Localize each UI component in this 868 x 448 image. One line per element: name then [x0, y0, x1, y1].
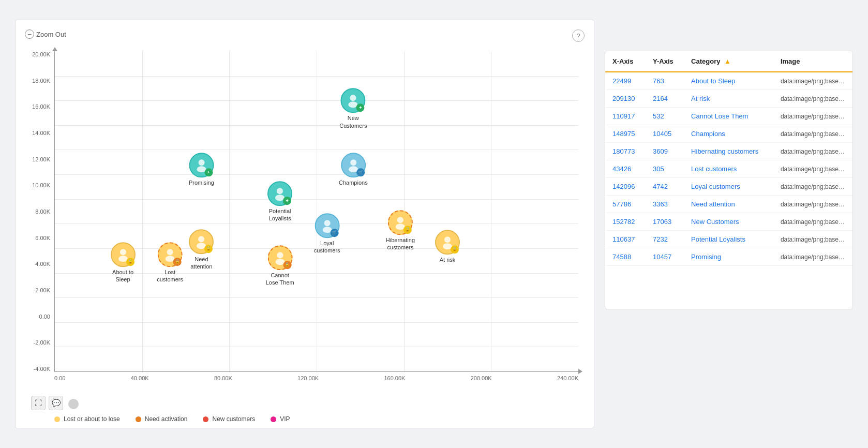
bubble-icon-promising: +: [189, 153, 214, 177]
svg-point-12: [444, 236, 451, 243]
plot-area: + NewCustomers + Promising 🛒: [54, 51, 578, 372]
cell-image: data:image/png;base64,iVBC: [773, 196, 852, 213]
table-row[interactable]: 110637 7232 Potential Loyalists data:ima…: [605, 231, 852, 248]
bubble-new-customers[interactable]: + NewCustomers: [339, 88, 367, 130]
cell-yaxis: 532: [646, 108, 684, 125]
cell-image: data:image/png;base64,iVBC: [773, 178, 852, 196]
bubble-promising[interactable]: + Promising: [189, 153, 214, 186]
bubble-need-attention[interactable]: 🔒 Needattention: [189, 229, 214, 271]
svg-point-20: [277, 252, 283, 258]
bubble-icon-lost: 🔒: [158, 242, 183, 267]
bubble-badge-potential: +: [283, 197, 291, 205]
grid-lines: [55, 51, 578, 371]
bubble-label-need-attention: Needattention: [190, 256, 212, 271]
cell-xaxis: 209130: [605, 90, 646, 108]
bubble-label-promising: Promising: [189, 179, 214, 186]
bubble-about-to-sleep[interactable]: 🔒 About toSleep: [111, 242, 136, 283]
legend-dot-new: [203, 416, 208, 422]
cell-image: data:image/png;base64,iVBC: [773, 231, 852, 248]
svg-point-2: [198, 159, 204, 166]
zoom-out-button[interactable]: − Zoom Out: [25, 29, 66, 39]
svg-point-6: [277, 188, 283, 194]
cell-xaxis: 142096: [605, 178, 646, 196]
cell-category: About to Sleep: [684, 72, 773, 90]
legend-new: New customers: [203, 415, 255, 423]
table-row[interactable]: 148975 10405 Champions data:image/png;ba…: [605, 125, 852, 143]
help-icon: ?: [576, 32, 580, 40]
cell-yaxis: 10405: [646, 125, 684, 143]
bubble-badge-new: +: [356, 104, 365, 112]
svg-point-16: [120, 249, 126, 255]
bubble-label-lost: Lostcustomers: [157, 268, 183, 283]
table-row[interactable]: 57786 3363 Need attention data:image/png…: [605, 196, 852, 213]
cell-xaxis: 57786: [605, 196, 646, 213]
bubble-hibernating[interactable]: 🔒 Hibernatingcustomers: [386, 210, 415, 251]
bubble-potential-loyalists[interactable]: + PotentialLoyalists: [267, 181, 292, 222]
cell-yaxis: 7232: [646, 231, 684, 248]
table-row[interactable]: 152782 17063 New Customers data:image/pn…: [605, 213, 852, 231]
cell-category: Potential Loyalists: [684, 231, 773, 248]
x-axis-arrow: [578, 369, 582, 374]
table-row[interactable]: 74588 10457 Promising data:image/png;bas…: [605, 248, 852, 266]
bubble-label-champions: Champions: [339, 179, 368, 186]
table-body: 22499 763 About to Sleep data:image/png;…: [605, 72, 852, 266]
table-row[interactable]: 209130 2164 At risk data:image/png;base6…: [605, 90, 852, 108]
comment-button[interactable]: 💬: [49, 396, 63, 410]
col-header-xaxis: X-Axis: [605, 51, 646, 72]
cell-image: data:image/png;base64,iVBC: [773, 90, 852, 108]
table-row[interactable]: 43426 305 Lost customers data:image/png;…: [605, 160, 852, 178]
bubble-icon-cannot-lose: 🔒: [267, 245, 292, 270]
bubble-icon-potential: +: [267, 181, 292, 206]
cell-yaxis: 3609: [646, 143, 684, 160]
bubble-label-new: NewCustomers: [339, 115, 367, 130]
svg-point-8: [324, 220, 330, 226]
cell-xaxis: 110917: [605, 108, 646, 125]
bubble-icon-loyal: 🛒: [315, 213, 339, 238]
cell-yaxis: 3363: [646, 196, 684, 213]
x-axis-labels: 0.00 40.00K 80.00K 120.00K 160.00K 200.0…: [54, 372, 578, 393]
cell-yaxis: 17063: [646, 213, 684, 231]
bubble-badge-hibernating: 🔒: [403, 226, 412, 234]
legend-lost: Lost or about to lose: [54, 415, 120, 423]
fullscreen-button[interactable]: ⛶: [31, 396, 46, 410]
bubble-label-cannot-lose: CannotLose Them: [266, 272, 294, 287]
cell-category: Promising: [684, 248, 773, 266]
bubble-champions[interactable]: 🛒 Champions: [339, 153, 368, 186]
col-header-image: Image: [773, 51, 852, 72]
bubble-icon-need-attention: 🔒: [189, 229, 214, 254]
svg-point-0: [350, 95, 356, 101]
table-row[interactable]: 22499 763 About to Sleep data:image/png;…: [605, 72, 852, 90]
bubble-cannot-lose[interactable]: 🔒 CannotLose Them: [266, 245, 294, 287]
bubble-loyal[interactable]: 🛒 Loyalcustomers: [314, 213, 340, 255]
zoom-out-label: Zoom Out: [36, 31, 66, 38]
chart-legend: Lost or about to lose Need activation Ne…: [26, 415, 583, 423]
legend-dot-lost: [54, 416, 60, 422]
bubble-at-risk[interactable]: 🔒 At risk: [435, 230, 460, 263]
cell-category: Cannot Lose Them: [684, 108, 773, 125]
bubble-badge-need-attention: 🔒: [204, 245, 213, 253]
cell-image: data:image/png;base64,iVBC: [773, 248, 852, 266]
cell-image: data:image/png;base64,iVBC: [773, 213, 852, 231]
table-row[interactable]: 110917 532 Cannot Lose Them data:image/p…: [605, 108, 852, 125]
table-row[interactable]: 180773 3609 Hibernating customers data:i…: [605, 143, 852, 160]
svg-point-10: [397, 217, 403, 223]
bubble-label-loyal: Loyalcustomers: [314, 240, 340, 255]
legend-vip: VIP: [271, 415, 290, 423]
table-row[interactable]: 142096 4742 Loyal customers data:image/p…: [605, 178, 852, 196]
cell-yaxis: 763: [646, 72, 684, 90]
cell-category: Loyal customers: [684, 178, 773, 196]
zoom-slider[interactable]: [68, 399, 79, 409]
legend-dot-activation: [136, 416, 141, 422]
svg-point-18: [167, 249, 173, 255]
col-header-category[interactable]: Category ▲: [684, 51, 773, 72]
data-table: X-Axis Y-Axis Category ▲ Image 22499 763…: [605, 51, 852, 266]
cell-yaxis: 10457: [646, 248, 684, 266]
svg-point-4: [350, 159, 356, 166]
help-button[interactable]: ?: [572, 29, 585, 42]
bubble-badge-champions: 🛒: [356, 168, 365, 176]
cell-image: data:image/png;base64,iVBC: [773, 160, 852, 178]
legend-label-lost: Lost or about to lose: [64, 415, 120, 423]
cell-category: Hibernating customers: [684, 143, 773, 160]
bubble-lost[interactable]: 🔒 Lostcustomers: [157, 242, 183, 283]
y-axis-arrow: [52, 47, 57, 51]
